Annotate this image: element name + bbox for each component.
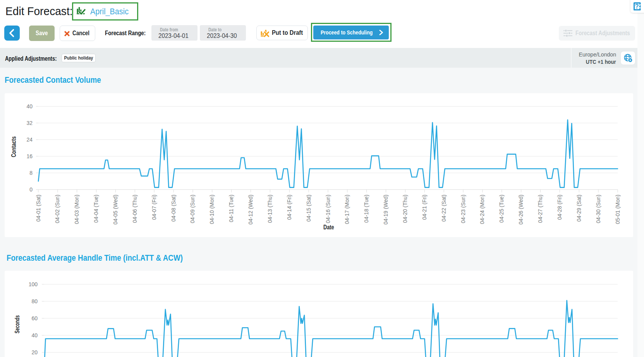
svg-text:Seconds: Seconds: [14, 315, 21, 333]
svg-text:20: 20: [31, 349, 38, 355]
svg-text:100: 100: [29, 281, 38, 287]
svg-text:?: ?: [635, 3, 639, 10]
svg-text:80: 80: [31, 298, 38, 304]
svg-text:60: 60: [31, 315, 38, 321]
svg-text:40: 40: [31, 332, 38, 338]
